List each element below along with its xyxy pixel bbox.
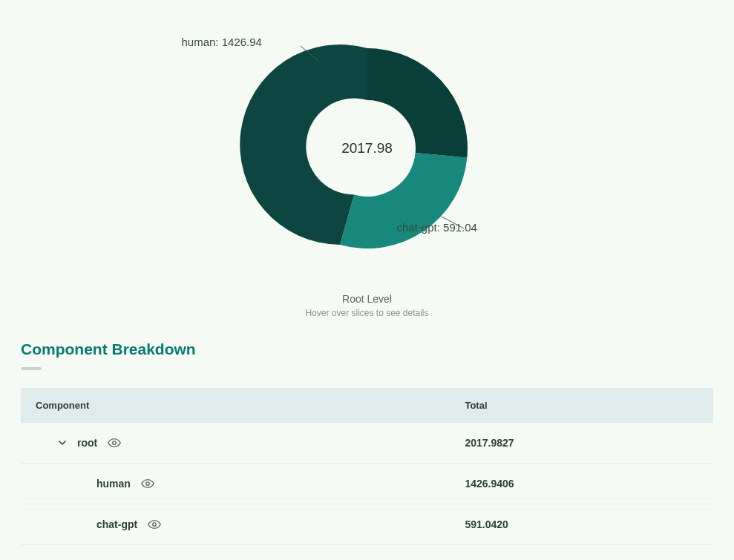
table-row[interactable]: root 2017.9827 — [21, 423, 713, 464]
chart-caption: Root Level Hover over slices to see deta… — [305, 293, 428, 318]
row-total: 1426.9406 — [450, 464, 713, 504]
donut-chart[interactable]: 2017.98 human: 1426.94 chat-gpt: 591.04 — [219, 37, 516, 260]
eye-icon[interactable] — [108, 436, 121, 449]
section-rule — [21, 367, 42, 370]
slice-chat-gpt[interactable] — [340, 153, 467, 248]
section-title: Component Breakdown — [21, 340, 713, 358]
row-name: chat-gpt — [96, 518, 137, 530]
table-row[interactable]: human 1426.9406 — [21, 464, 713, 504]
svg-point-1 — [146, 482, 150, 486]
caption-sub: Hover over slices to see details — [305, 308, 428, 318]
table-header-row: Component Total — [21, 388, 713, 423]
row-name: human — [96, 478, 131, 490]
row-name: root — [77, 437, 97, 449]
caption-main: Root Level — [305, 293, 428, 305]
table-row[interactable]: chat-gpt 591.0420 — [21, 504, 713, 545]
row-total: 2017.9827 — [450, 423, 713, 464]
chevron-down-icon[interactable] — [58, 438, 67, 447]
svg-point-0 — [113, 441, 117, 445]
chart-area: 2017.98 human: 1426.94 chat-gpt: 591.04 … — [0, 0, 734, 318]
breakdown-section: Component Breakdown Component Total root — [0, 340, 734, 545]
breakdown-table: Component Total root 2017. — [21, 388, 713, 545]
eye-icon[interactable] — [141, 477, 154, 490]
svg-point-2 — [153, 523, 157, 527]
row-total: 591.0420 — [450, 504, 713, 545]
leader-chatgpt — [442, 217, 464, 228]
header-total: Total — [450, 388, 713, 423]
header-component: Component — [21, 388, 450, 423]
donut-center-total: 2017.98 — [341, 140, 393, 157]
eye-icon[interactable] — [148, 518, 161, 531]
